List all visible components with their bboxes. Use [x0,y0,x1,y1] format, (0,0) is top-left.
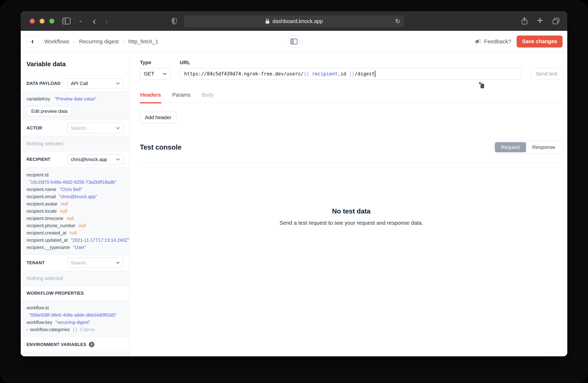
feedback-link[interactable]: Feedback? [475,38,511,45]
variable-row: variableKey "Preview data value" [26,95,124,102]
url-input[interactable]: https://84c5df439d74.ngrok-free.dev/user… [180,68,521,80]
variable-row: recipient.updated_at"2021-11-17T17:13:14… [26,236,124,244]
tenant-row: TENANT Search... [21,255,129,270]
tab-body[interactable]: Body [201,92,214,103]
close-window-button[interactable] [30,19,35,24]
minimize-window-button[interactable] [40,19,44,24]
chevron-left-icon: ‹ [31,37,34,45]
variable-value: "chris@knock.app" [59,194,97,199]
tab-headers[interactable]: Headers [140,92,161,103]
actor-empty-text: Nothing selected [26,141,63,146]
variable-key: variableKey [26,96,50,101]
toolbar-divider [74,18,75,24]
browser-forward-button[interactable]: › [105,16,108,26]
actor-empty-band: Nothing selected [21,136,129,152]
preview-data-band: variableKey "Preview data value" Edit pr… [21,91,129,120]
sidebar-toggle-icon[interactable] [62,18,71,24]
panel-left-icon [290,38,298,45]
variable-key: workflow.key [26,320,52,325]
recipient-row: RECIPIENT chris@knock.app [21,152,129,167]
variable-value: "006e938f-98e6-408e-a9de-dbb04d0f83d5" [29,312,117,318]
add-header-button[interactable]: Add header [140,112,176,123]
zoom-window-button[interactable] [49,19,54,24]
variable-value: null [60,209,67,214]
request-response-toggle: Request Response [493,141,563,154]
breadcrumb-workflow-name[interactable]: Recurring digest [79,38,119,45]
variable-row: recipient.name"Chris Bell" [26,186,124,193]
section-heading-text: ENVIRONMENT VARIABLES [26,342,86,347]
save-changes-button[interactable]: Save changes [517,36,563,48]
chevron-down-icon[interactable]: ⌄ [78,18,83,23]
chevron-down-icon [116,158,120,161]
text-cursor [375,71,375,77]
variable-key: recipient.timezone [26,216,63,221]
breadcrumb-workflows[interactable]: Workflows [44,38,69,45]
tenant-placeholder: Search... [71,260,90,266]
workflow-categories-row[interactable]: ›workflow.categories[ ]0 items [26,326,124,333]
empty-state-title: No test data [140,208,563,215]
variable-data-sidebar: Variable data DATA PAYLOAD API Call vari… [21,52,130,356]
recipient-select[interactable]: chris@knock.app [67,154,124,165]
url-segment: recipient [309,71,338,77]
tab-params[interactable]: Params [172,92,191,103]
breadcrumb-separator-icon: › [123,39,124,44]
breadcrumb: Workflows › Recurring digest › http_fetc… [44,38,158,45]
workflow-properties-heading: WORKFLOW PROPERTIES [21,286,129,300]
back-button[interactable]: ‹ [26,36,39,48]
address-bar[interactable]: dashboard.knock.app ↻ [184,15,404,27]
new-tab-icon[interactable]: + [537,15,543,26]
toggle-response[interactable]: Response [526,142,561,152]
info-icon[interactable]: i [89,342,94,347]
variable-row: recipient.avatarnull [26,200,124,208]
variable-key: workflow.categories [30,327,70,332]
variable-key: recipient.created_at [26,230,66,235]
variable-row: workflow.id [26,304,124,311]
data-payload-row: DATA PAYLOAD API Call [21,76,129,91]
feedback-label: Feedback? [484,38,511,45]
variable-value-row: "16c1fd70-b49a-48d2-8256-73a2b9f18adb" [26,178,124,186]
expand-editor-icon[interactable] [478,71,518,99]
panel-toggle-button[interactable] [288,36,300,48]
variable-value: "recurring-digest" [56,320,90,325]
address-url: dashboard.knock.app [273,18,323,24]
share-icon[interactable] [521,17,528,25]
variable-row: recipient.localenull [26,208,124,215]
array-count: 0 items [80,327,95,332]
variable-value: null [61,201,68,206]
breadcrumb-separator-icon: › [73,39,75,44]
variable-key: recipient.avatar [26,201,58,206]
data-payload-value: API Call [71,81,88,86]
url-segment: .id [337,71,346,77]
variable-key: recipient.id [26,172,48,177]
array-brackets: [ ] [73,327,77,332]
edit-preview-data-button[interactable]: Edit preview data [26,106,72,116]
send-test-button[interactable]: Send test [530,68,563,80]
privacy-shield-icon[interactable] [171,18,178,25]
empty-state: No test data Send a test request to see … [140,162,563,226]
lock-icon [265,18,270,24]
variable-row: recipient.timezonenull [26,215,124,222]
chevron-down-icon [116,127,120,129]
variable-value-row: "006e938f-98e6-408e-a9de-dbb04d0f83d5" [26,311,124,319]
reload-icon[interactable]: ↻ [395,18,400,24]
actor-select[interactable]: Search... [67,123,124,133]
tenant-select[interactable]: Search... [67,257,124,268]
chevron-down-icon [116,262,120,264]
recipient-value: chris@knock.app [71,157,107,162]
breadcrumb-step-name: http_fetch_1 [128,38,158,45]
url-segment: /digest [355,71,375,77]
workflow-fields-band: workflow.id "006e938f-98e6-408e-a9de-dbb… [21,300,129,337]
env-fields-band: vars.app_name"Sandbox-Dev" vars.app_url"… [21,352,129,356]
tenant-label: TENANT [26,260,45,265]
toggle-request[interactable]: Request [495,142,526,152]
variable-row: recipient.created_atnull [26,229,124,236]
variable-row: vars.app_name"Sandbox-Dev" [26,356,124,356]
window-controls [30,19,54,24]
type-label: Type [140,60,171,65]
browser-back-button[interactable]: ‹ [93,16,96,26]
tab-overview-icon[interactable] [552,18,560,25]
method-select[interactable]: GET [140,68,171,80]
tenant-empty-text: Nothing selected [26,276,63,281]
data-payload-select[interactable]: API Call [67,78,124,89]
variable-value: "Preview data value" [55,96,96,101]
